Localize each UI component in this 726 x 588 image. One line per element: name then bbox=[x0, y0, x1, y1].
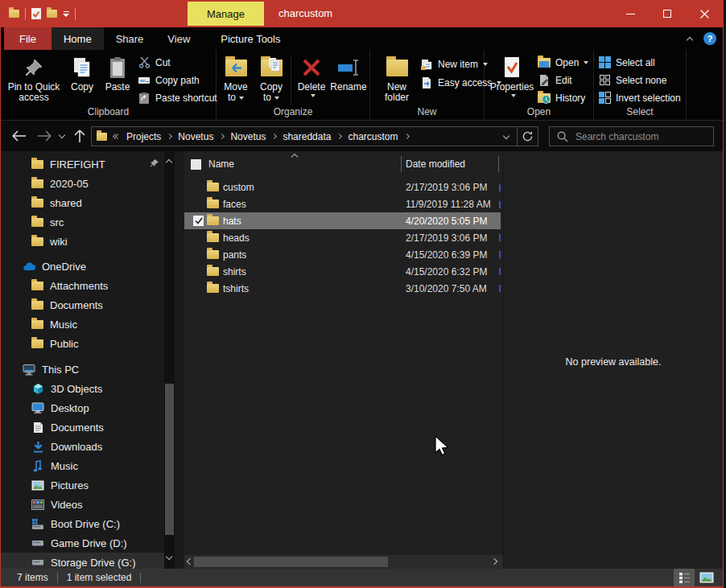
paste-shortcut-button[interactable]: Paste shortcut bbox=[138, 89, 217, 106]
sidebar-item-shared[interactable]: shared bbox=[1, 193, 164, 212]
refresh-button[interactable] bbox=[517, 127, 538, 146]
sidebar-item-firefight[interactable]: FIREFIGHT bbox=[1, 154, 164, 174]
back-button[interactable] bbox=[9, 127, 28, 145]
recent-locations-button[interactable] bbox=[56, 127, 68, 145]
file-row[interactable]: custom 2/17/2019 3:06 PM bbox=[184, 179, 503, 195]
column-divider[interactable] bbox=[498, 156, 499, 172]
sidebar-item-documents[interactable]: Documents bbox=[1, 417, 164, 437]
delete-button[interactable]: Delete bbox=[294, 53, 329, 97]
history-button[interactable]: History bbox=[538, 89, 585, 106]
breadcrumb-item[interactable]: shareddata bbox=[283, 131, 331, 142]
sidebar-item-desktop[interactable]: Desktop bbox=[1, 398, 164, 417]
file-row-selected[interactable]: hats 4/20/2020 5:05 PM bbox=[184, 212, 501, 229]
breadcrumb-chevron-icon[interactable] bbox=[219, 134, 225, 139]
column-header-date[interactable]: Date modified bbox=[406, 158, 465, 170]
forward-button[interactable] bbox=[35, 127, 54, 145]
breadcrumb-chevron-icon[interactable] bbox=[403, 134, 409, 139]
collapse-ribbon-icon[interactable] bbox=[687, 36, 693, 43]
search-input[interactable] bbox=[575, 131, 706, 142]
invert-selection-button[interactable]: Invert selection bbox=[598, 89, 681, 106]
scroll-right-icon[interactable] bbox=[491, 558, 497, 565]
file-row[interactable]: shirts 4/15/2020 6:32 PM bbox=[184, 263, 503, 280]
sidebar-scrollbar[interactable] bbox=[164, 151, 175, 569]
sidebar-item-onedrive[interactable]: OneDrive bbox=[1, 257, 164, 276]
qat-customize-icon[interactable] bbox=[63, 11, 69, 17]
pin-to-quick-access-button[interactable]: Pin to Quick access bbox=[6, 53, 62, 103]
open-button[interactable]: Open bbox=[538, 54, 588, 71]
qat-folder-icon[interactable] bbox=[9, 10, 19, 18]
copy-to-button[interactable]: Copy to bbox=[254, 53, 289, 103]
music-icon bbox=[31, 459, 44, 472]
address-dropdown-button[interactable] bbox=[496, 127, 517, 146]
file-row[interactable]: tshirts 3/10/2020 7:50 AM bbox=[184, 280, 503, 297]
sidebar-scrollbar-thumb[interactable] bbox=[165, 384, 174, 535]
address-bar[interactable]: Projects Novetus Novetus shareddata char… bbox=[91, 126, 538, 146]
sidebar-item-wiki[interactable]: wiki bbox=[1, 232, 164, 251]
sidebar-item-3d-objects[interactable]: 3D Objects bbox=[1, 379, 164, 398]
column-divider[interactable] bbox=[401, 156, 402, 172]
file-row[interactable]: pants 4/15/2020 6:39 PM bbox=[184, 246, 503, 263]
new-item-button[interactable]: New item bbox=[420, 56, 488, 72]
qat-new-folder-icon[interactable] bbox=[47, 10, 57, 18]
select-all-checkbox[interactable] bbox=[191, 159, 201, 170]
properties-button[interactable]: Properties bbox=[489, 53, 534, 97]
select-all-button[interactable]: Select all bbox=[598, 54, 655, 71]
minimize-button[interactable] bbox=[612, 0, 649, 27]
qat-properties-icon[interactable] bbox=[31, 8, 41, 19]
breadcrumb-overflow-icon[interactable] bbox=[113, 134, 120, 138]
copy-button[interactable]: Copy bbox=[65, 53, 99, 93]
sidebar-item-pictures[interactable]: Pictures bbox=[1, 475, 164, 495]
sidebar-item-2020-05[interactable]: 2020-05 bbox=[1, 174, 164, 193]
move-to-button[interactable]: Move to bbox=[218, 53, 254, 103]
search-box[interactable] bbox=[549, 126, 714, 146]
sidebar-item-attachments[interactable]: Attachments bbox=[1, 276, 164, 295]
sidebar-item-downloads[interactable]: Downloads bbox=[1, 437, 164, 456]
paste-button[interactable]: Paste bbox=[101, 53, 134, 93]
breadcrumb-chevron-icon[interactable] bbox=[336, 134, 342, 139]
cut-button[interactable]: Cut bbox=[138, 54, 171, 71]
breadcrumb-chevron-icon[interactable] bbox=[271, 134, 277, 139]
breadcrumb-item[interactable]: Novetus bbox=[178, 131, 213, 142]
sidebar-item-documents-onedrive[interactable]: Documents bbox=[1, 295, 164, 315]
breadcrumb-item[interactable]: Projects bbox=[126, 131, 161, 142]
maximize-button[interactable] bbox=[649, 0, 686, 27]
sidebar-item-game-drive-d[interactable]: Game Drive (D:) bbox=[1, 533, 164, 553]
navigation-pane: FIREFIGHT 2020-05 shared src wiki OneDri… bbox=[1, 151, 184, 569]
tab-share[interactable]: Share bbox=[104, 27, 156, 50]
up-button[interactable] bbox=[70, 127, 89, 145]
sidebar-item-public[interactable]: Public bbox=[1, 334, 164, 353]
close-button[interactable] bbox=[686, 0, 723, 27]
tab-picture-tools[interactable]: Picture Tools bbox=[208, 27, 292, 50]
scroll-down-icon[interactable] bbox=[166, 553, 172, 560]
scroll-left-icon[interactable] bbox=[187, 558, 193, 565]
contextual-tab-manage[interactable]: Manage bbox=[188, 2, 264, 26]
tab-file[interactable]: File bbox=[4, 27, 52, 50]
sidebar-item-music[interactable]: Music bbox=[1, 456, 164, 475]
sidebar-item-boot-drive-c[interactable]: Boot Drive (C:) bbox=[1, 514, 164, 533]
thumbnails-view-button[interactable] bbox=[696, 569, 717, 586]
help-icon[interactable]: ? bbox=[703, 32, 716, 45]
sidebar-item-this-pc[interactable]: This PC bbox=[1, 360, 164, 379]
sidebar-item-src[interactable]: src bbox=[1, 212, 164, 232]
rename-button[interactable]: Rename bbox=[328, 53, 369, 93]
new-folder-button[interactable]: New folder bbox=[378, 53, 415, 103]
sidebar-item-music-onedrive[interactable]: Music bbox=[1, 315, 164, 334]
breadcrumb-chevron-icon[interactable] bbox=[167, 134, 172, 139]
file-row[interactable]: faces 11/9/2019 11:28 AM bbox=[184, 195, 503, 212]
edit-button[interactable]: Edit bbox=[538, 72, 572, 88]
copy-path-button[interactable]: Copy path bbox=[138, 72, 200, 88]
horizontal-scrollbar[interactable] bbox=[184, 555, 503, 569]
breadcrumb-item[interactable]: Novetus bbox=[230, 131, 266, 142]
column-header-name[interactable]: Name bbox=[208, 158, 234, 170]
scroll-up-icon[interactable] bbox=[166, 159, 172, 166]
tab-view[interactable]: View bbox=[155, 27, 202, 50]
sidebar-item-videos[interactable]: Videos bbox=[1, 495, 164, 514]
row-checkbox[interactable] bbox=[193, 216, 204, 226]
edit-icon bbox=[538, 74, 551, 87]
breadcrumb-item[interactable]: charcustom bbox=[348, 131, 398, 142]
tab-home[interactable]: Home bbox=[52, 27, 104, 50]
horizontal-scrollbar-thumb[interactable] bbox=[194, 557, 388, 567]
file-row[interactable]: heads 2/17/2019 3:06 PM bbox=[184, 229, 503, 246]
select-none-button[interactable]: Select none bbox=[598, 72, 666, 88]
details-view-button[interactable] bbox=[674, 569, 695, 586]
